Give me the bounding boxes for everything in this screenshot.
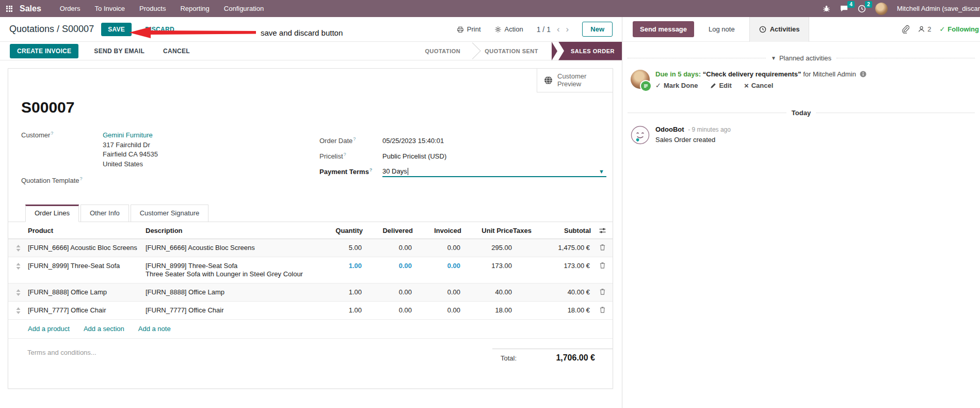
table-row[interactable]: [FURN_8888] Office Lamp [FURN_8888] Offi…	[8, 284, 613, 302]
menu-reporting[interactable]: Reporting	[173, 0, 216, 17]
delete-row-icon[interactable]	[591, 257, 614, 269]
tab-order-lines[interactable]: Order Lines	[25, 205, 79, 222]
cell-delivered[interactable]: 0.00	[363, 302, 413, 319]
terms-placeholder[interactable]: Terms and conditions...	[27, 349, 97, 363]
cell-delivered[interactable]: 0.00	[363, 284, 413, 301]
add-note-link[interactable]: Add a note	[138, 325, 171, 333]
col-description[interactable]: Description	[146, 222, 316, 239]
customer-link[interactable]: Gemini Furniture	[103, 131, 158, 140]
planned-activities-divider[interactable]: ▼Planned activities	[622, 54, 980, 62]
quotation-template-field[interactable]: Quotation Template?	[21, 176, 269, 184]
stage-quotation-sent[interactable]: QUOTATION SENT	[474, 42, 549, 60]
optional-columns-icon[interactable]	[591, 222, 614, 239]
delete-row-icon[interactable]	[591, 284, 614, 295]
menu-configuration[interactable]: Configuration	[217, 0, 271, 17]
drag-handle-icon[interactable]	[8, 239, 28, 252]
cell-description[interactable]: [FURN_6666] Acoustic Bloc Screens	[146, 239, 316, 257]
messages-icon[interactable]: 4	[840, 5, 848, 12]
col-delivered[interactable]: Delivered	[363, 222, 413, 239]
message-author[interactable]: OdooBot	[655, 125, 684, 133]
cell-product[interactable]: [FURN_6666] Acoustic Bloc Screens	[28, 239, 146, 257]
new-button[interactable]: New	[582, 22, 613, 37]
payment-terms-input[interactable]: 30 Days ▼	[382, 167, 606, 177]
cell-description[interactable]: [FURN_7777] Office Chair	[146, 302, 316, 319]
stage-quotation[interactable]: QUOTATION	[414, 42, 471, 60]
action-button[interactable]: Action	[494, 25, 523, 33]
drag-handle-icon[interactable]	[8, 257, 28, 270]
menu-products[interactable]: Products	[132, 0, 173, 17]
cell-taxes[interactable]	[513, 284, 549, 293]
debug-bug-icon[interactable]	[823, 5, 830, 12]
apps-menu-icon[interactable]	[6, 6, 12, 12]
send-by-email-button[interactable]: SEND BY EMAIL	[91, 47, 148, 55]
add-product-link[interactable]: Add a product	[28, 325, 70, 333]
delete-row-icon[interactable]	[591, 302, 614, 313]
pager-next-icon[interactable]: ›	[566, 25, 569, 34]
table-row[interactable]: [FURN_6666] Acoustic Bloc Screens [FURN_…	[8, 239, 613, 257]
pager-previous-icon[interactable]: ‹	[557, 25, 560, 34]
user-avatar[interactable]	[875, 3, 888, 15]
cell-taxes[interactable]	[513, 302, 549, 311]
drag-handle-icon[interactable]	[8, 284, 28, 296]
cell-description[interactable]: [FURN_8999] Three-Seat Sofa Three Seater…	[146, 257, 316, 283]
add-section-link[interactable]: Add a section	[84, 325, 124, 333]
breadcrumb-quotations[interactable]: Quotations	[9, 24, 54, 34]
create-invoice-button[interactable]: CREATE INVOICE	[10, 44, 78, 58]
pricelist-value[interactable]: Public Pricelist (USD)	[382, 152, 446, 162]
stage-sales-order[interactable]: SALES ORDER	[558, 42, 622, 60]
cell-quantity[interactable]: 1.00	[316, 284, 363, 301]
cell-product[interactable]: [FURN_8888] Office Lamp	[28, 284, 146, 301]
cell-quantity[interactable]: 1.00	[316, 257, 363, 275]
customer-preview-button[interactable]: Customer Preview	[537, 69, 613, 92]
mark-done-button[interactable]: ✓Mark Done	[655, 82, 698, 89]
order-date-value[interactable]: 05/25/2023 15:40:01	[382, 137, 444, 146]
dropdown-caret-icon[interactable]: ▼	[599, 168, 604, 175]
table-row[interactable]: [FURN_8999] Three-Seat Sofa [FURN_8999] …	[8, 257, 613, 284]
col-subtotal[interactable]: Subtotal	[549, 222, 591, 239]
log-note-button[interactable]: Log note	[705, 25, 738, 34]
col-product[interactable]: Product	[28, 222, 146, 239]
cell-delivered[interactable]: 0.00	[363, 239, 413, 257]
following-button[interactable]: ✓ Following	[939, 25, 979, 33]
delete-row-icon[interactable]	[591, 239, 614, 251]
activity-avatar[interactable]	[631, 70, 650, 89]
user-name[interactable]: Mitchell Admin (save_discar	[897, 5, 980, 12]
edit-activity-button[interactable]: Edit	[710, 82, 732, 89]
cell-unit-price[interactable]: 40.00	[461, 284, 513, 301]
col-invoiced[interactable]: Invoiced	[413, 222, 461, 239]
tab-customer-signature[interactable]: Customer Signature	[131, 205, 209, 222]
table-row[interactable]: [FURN_7777] Office Chair [FURN_7777] Off…	[8, 302, 613, 320]
cell-product[interactable]: [FURN_7777] Office Chair	[28, 302, 146, 319]
col-unit-price[interactable]: Unit Price	[461, 222, 513, 239]
cell-invoiced[interactable]: 0.00	[413, 239, 461, 257]
cancel-activity-button[interactable]: ×Cancel	[744, 82, 773, 89]
save-button[interactable]: SAVE	[101, 23, 132, 36]
cell-product[interactable]: [FURN_8999] Three-Seat Sofa	[28, 257, 146, 275]
tab-other-info[interactable]: Other Info	[81, 205, 129, 222]
cell-description[interactable]: [FURN_8888] Office Lamp	[146, 284, 316, 301]
col-quantity[interactable]: Quantity	[316, 222, 363, 239]
menu-orders[interactable]: Orders	[53, 0, 88, 17]
cell-unit-price[interactable]: 18.00	[461, 302, 513, 319]
app-name[interactable]: Sales	[20, 4, 41, 13]
cell-invoiced[interactable]: 0.00	[413, 257, 461, 275]
cell-quantity[interactable]: 1.00	[316, 302, 363, 319]
cell-unit-price[interactable]: 173.00	[461, 257, 513, 275]
drag-handle-icon[interactable]	[8, 302, 28, 314]
cell-invoiced[interactable]: 0.00	[413, 302, 461, 319]
cell-taxes[interactable]	[513, 239, 549, 248]
cell-taxes[interactable]	[513, 257, 549, 266]
cell-quantity[interactable]: 5.00	[316, 239, 363, 257]
send-message-button[interactable]: Send message	[633, 21, 694, 37]
attachment-paperclip-icon[interactable]	[901, 25, 909, 34]
cell-delivered[interactable]: 0.00	[363, 257, 413, 275]
print-button[interactable]: Print	[457, 25, 481, 33]
info-icon[interactable]	[860, 71, 866, 77]
activities-button[interactable]: Activities	[749, 17, 810, 42]
cancel-button[interactable]: CANCEL	[160, 47, 193, 55]
followers-button[interactable]: 2	[918, 25, 931, 33]
col-taxes[interactable]: Taxes	[513, 222, 549, 239]
activities-clock-icon[interactable]: 2	[858, 5, 866, 13]
cell-unit-price[interactable]: 295.00	[461, 239, 513, 257]
cell-invoiced[interactable]: 0.00	[413, 284, 461, 301]
